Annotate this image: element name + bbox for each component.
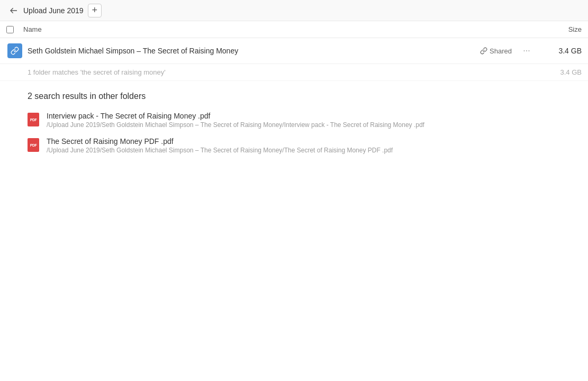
pdf-icon-wrap: PDF (28, 113, 42, 126)
name-column-header: Name (23, 25, 539, 33)
header-bar: Upload June 2019 + (0, 0, 588, 21)
folder-icon-wrap (6, 43, 23, 58)
pdf-icon: PDF (28, 113, 39, 126)
more-options-button[interactable]: ··· (518, 43, 535, 58)
select-all-checkbox[interactable] (6, 26, 14, 33)
search-result-row[interactable]: PDF The Secret of Raising Money PDF .pdf… (0, 133, 588, 158)
search-result-row[interactable]: PDF Interview pack - The Secret of Raisi… (0, 107, 588, 133)
shared-indicator: Shared (480, 47, 512, 55)
result-filename: The Secret of Raising Money PDF .pdf (47, 137, 582, 146)
folder-row[interactable]: Seth Goldstein Michael Simpson – The Sec… (0, 38, 588, 64)
add-button[interactable]: + (88, 4, 102, 17)
match-count-text: 1 folder matches 'the secret of raising … (28, 68, 166, 76)
folder-link-icon (7, 43, 22, 58)
result-text: The Secret of Raising Money PDF .pdf /Up… (47, 137, 582, 154)
other-folders-header: 2 search results in other folders (0, 81, 588, 107)
pdf-icon: PDF (28, 138, 39, 152)
match-size: 3.4 GB (560, 68, 582, 76)
match-info-row: 1 folder matches 'the secret of raising … (0, 64, 588, 81)
breadcrumb-title: Upload June 2019 (23, 6, 84, 15)
result-filename: Interview pack - The Secret of Raising M… (47, 112, 582, 120)
size-column-header: Size (539, 25, 582, 33)
column-headers: Name Size (0, 21, 588, 38)
pdf-icon-wrap: PDF (28, 138, 42, 152)
folder-name: Seth Goldstein Michael Simpson – The Sec… (23, 47, 480, 55)
select-all-checkbox-wrap[interactable] (6, 26, 23, 33)
result-text: Interview pack - The Secret of Raising M… (47, 112, 582, 129)
shared-label: Shared (490, 47, 512, 55)
folder-size: 3.4 GB (539, 47, 582, 55)
back-button[interactable] (6, 3, 21, 18)
result-path: /Upload June 2019/Seth Goldstein Michael… (47, 147, 582, 154)
result-path: /Upload June 2019/Seth Goldstein Michael… (47, 121, 582, 129)
